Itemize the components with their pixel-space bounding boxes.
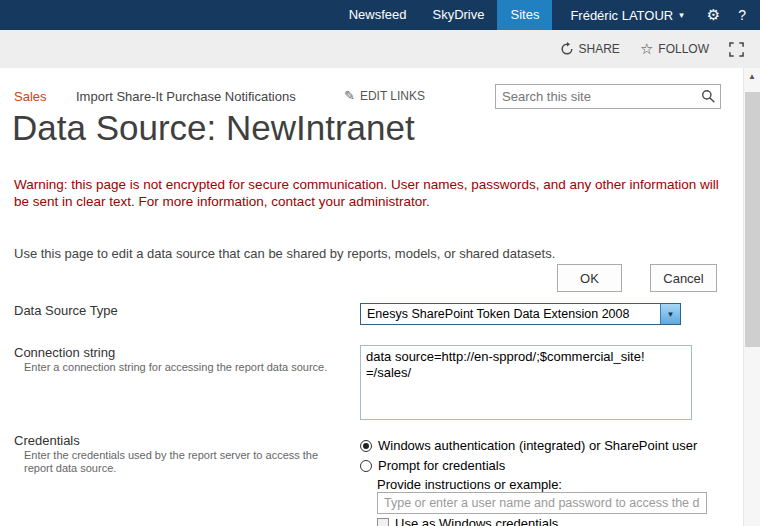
suite-bar: Newsfeed SkyDrive Sites Frédéric LATOUR … [0,0,760,30]
radio-selected-icon[interactable] [360,440,372,452]
connection-string-description: Enter a connection string for accessing … [24,361,344,374]
site-link-sales[interactable]: Sales [14,89,47,104]
connection-string-textarea[interactable]: data source=http://en-spprod/;$commercia… [360,345,692,420]
follow-label: FOLLOW [658,42,709,56]
chevron-down-icon: ▾ [679,10,684,20]
share-button[interactable]: SHARE [560,42,620,56]
star-icon: ☆ [640,43,653,55]
share-icon [560,42,574,56]
search-icon[interactable] [696,89,720,104]
ribbon-bar: SHARE ☆ FOLLOW [0,30,760,68]
radio-prompt-credentials-label: Prompt for credentials [378,458,505,473]
topnav-page-link[interactable]: Import Share-It Purchase Notifications [76,89,296,104]
nav-newsfeed[interactable]: Newsfeed [336,0,420,30]
suite-nav: Newsfeed SkyDrive Sites [336,0,553,30]
follow-button[interactable]: ☆ FOLLOW [640,42,709,56]
scrollbar-thumb[interactable] [745,92,760,347]
data-source-type-value: Enesys SharePoint Token Data Extension 2… [361,304,660,324]
radio-windows-authentication[interactable]: Windows authentication (integrated) or S… [360,438,697,453]
provide-instructions-label: Provide instructions or example: [377,477,562,492]
radio-unselected-icon[interactable] [360,460,372,472]
scrollbar-up-icon[interactable]: ▲ [744,68,760,85]
data-source-type-select[interactable]: Enesys SharePoint Token Data Extension 2… [360,303,681,325]
user-menu[interactable]: Frédéric LATOUR ▾ [552,8,697,23]
data-source-type-label: Data Source Type [14,303,118,318]
pencil-icon: ✎ [344,88,355,103]
sharepoint-page: Newsfeed SkyDrive Sites Frédéric LATOUR … [0,0,760,526]
page-title: Data Source: NewIntranet [12,108,415,148]
page-description: Use this page to edit a data source that… [14,246,555,261]
focus-icon [729,42,744,57]
edit-links-label: EDIT LINKS [360,89,425,103]
nav-sites[interactable]: Sites [497,0,552,30]
user-name: Frédéric LATOUR [570,8,673,23]
gear-icon[interactable]: ⚙ [698,6,729,24]
radio-windows-authentication-label: Windows authentication (integrated) or S… [378,438,697,453]
connection-string-label: Connection string [14,345,115,360]
select-dropdown-icon[interactable]: ▼ [660,304,680,324]
checkbox-icon[interactable] [377,518,389,526]
focus-mode-button[interactable] [729,42,744,57]
ok-button[interactable]: OK [557,264,622,292]
use-windows-credentials-label: Use as Windows credentials [395,516,558,526]
edit-links-button[interactable]: ✎ EDIT LINKS [344,88,425,103]
nav-skydrive[interactable]: SkyDrive [419,0,497,30]
use-windows-credentials-option[interactable]: Use as Windows credentials [377,516,558,526]
search-input[interactable] [496,87,696,106]
cancel-button[interactable]: Cancel [650,264,717,292]
instructions-input[interactable] [377,492,707,514]
help-icon[interactable]: ? [729,7,760,23]
security-warning-text: Warning: this page is not encrypted for … [14,176,728,210]
credentials-label: Credentials [14,433,80,448]
radio-prompt-credentials[interactable]: Prompt for credentials [360,458,505,473]
site-search [495,84,721,109]
vertical-scrollbar: ▲ [743,68,760,526]
share-label: SHARE [579,42,620,56]
credentials-description: Enter the credentials used by the report… [24,449,346,475]
